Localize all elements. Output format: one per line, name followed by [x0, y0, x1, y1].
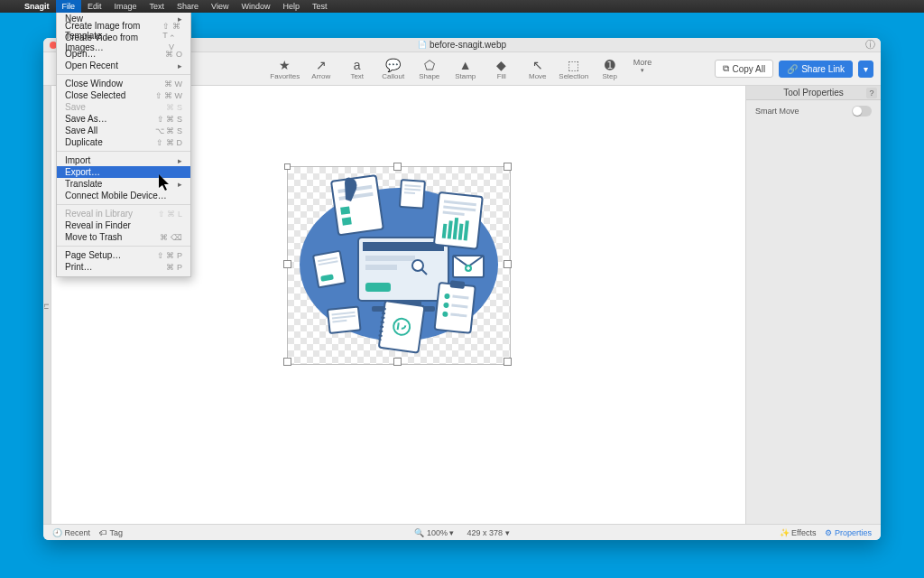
smart-move-toggle[interactable] — [852, 106, 872, 117]
menubar-text[interactable]: Text — [143, 0, 171, 13]
file-menu-save-as[interactable]: Save As…⇧ ⌘ S — [57, 113, 190, 125]
stamp-icon: ▲ — [457, 58, 474, 72]
tool-favorites[interactable]: ★Favorites — [273, 58, 298, 80]
svg-rect-8 — [331, 175, 383, 235]
menubar-view[interactable]: View — [205, 0, 235, 13]
file-menu-reveal-in-finder[interactable]: Reveal in Finder — [57, 219, 190, 231]
file-menu-close-window[interactable]: Close Window⌘ W — [57, 78, 190, 89]
file-menu-close-selected[interactable]: Close Selected⇧ ⌘ W — [57, 89, 190, 101]
menubar-image[interactable]: Image — [108, 0, 143, 13]
window-title: before-snagit.webp — [430, 40, 506, 50]
file-menu-create-video-from-images[interactable]: Create Video from Images…⌃ V — [57, 36, 190, 48]
callout-icon: 💬 — [385, 58, 402, 72]
smart-move-label: Smart Move — [755, 107, 799, 116]
tool-text[interactable]: aText — [345, 58, 370, 80]
selection-icon: ⬚ — [566, 58, 582, 72]
share-link-button[interactable]: 🔗Share Link — [779, 61, 853, 78]
file-menu-save: Save⌘ S — [57, 101, 190, 113]
svg-rect-2 — [363, 242, 444, 251]
file-menu-translate[interactable]: Translate▸ — [57, 178, 190, 190]
file-menu-move-to-trash[interactable]: Move to Trash⌘ ⌫ — [57, 231, 190, 243]
file-menu-export[interactable]: Export… — [57, 166, 190, 178]
menubar-file[interactable]: File — [56, 0, 82, 13]
recent-button[interactable]: 🕘 Recent — [52, 528, 90, 537]
tool-properties-header: Tool Properties ? — [746, 86, 881, 100]
tool-arrow[interactable]: ↗Arrow — [309, 58, 334, 80]
tool-properties-panel: Tool Properties ? Smart Move — [745, 86, 881, 524]
svg-rect-22 — [313, 251, 346, 288]
help-icon[interactable]: ? — [866, 88, 877, 98]
tool-move[interactable]: ↖Move — [525, 58, 550, 80]
zoom-control[interactable]: 🔍 100% ▾ — [414, 528, 454, 537]
file-menu-open-recent[interactable]: Open Recent▸ — [57, 60, 190, 71]
tag-button[interactable]: 🏷 Tag — [99, 528, 123, 537]
text-icon: a — [349, 58, 365, 72]
info-icon[interactable]: ⓘ — [865, 38, 875, 51]
move-icon: ↖ — [530, 58, 546, 72]
file-menu-save-all[interactable]: Save All⌥ ⌘ S — [57, 125, 190, 136]
image-selection[interactable] — [288, 167, 510, 364]
svg-rect-11 — [340, 206, 350, 214]
menubar-help[interactable]: Help — [276, 0, 306, 13]
file-menu-page-setup[interactable]: Page Setup…⇧ ⌘ P — [57, 249, 190, 261]
tool-more[interactable]: More▾ — [633, 58, 652, 74]
left-sidebar[interactable]: Li — [43, 86, 51, 524]
step-icon: ➊ — [602, 58, 618, 72]
copy-all-button[interactable]: ⧉Copy All — [715, 60, 774, 78]
document-artwork — [295, 174, 503, 355]
file-menu-reveal-in-library: Reveal in Library⇧ ⌘ L — [57, 208, 190, 219]
menubar-app-name[interactable]: Snagit — [18, 0, 56, 13]
svg-rect-4 — [365, 265, 397, 270]
svg-rect-33 — [434, 283, 475, 333]
effects-button[interactable]: ✨ Effects — [780, 528, 817, 537]
svg-rect-5 — [365, 283, 391, 292]
dimensions-readout: 429 x 378 ▾ — [467, 528, 510, 537]
file-menu-dropdown: New▸Create Image from Template…⇧ ⌘ TCrea… — [56, 13, 191, 277]
svg-rect-41 — [328, 306, 361, 332]
file-menu-import[interactable]: Import▸ — [57, 154, 190, 166]
favorites-icon: ★ — [277, 58, 293, 72]
tool-selection[interactable]: ⬚Selection — [561, 58, 587, 80]
arrow-icon: ↗ — [313, 58, 329, 72]
status-bar: 🕘 Recent 🏷 Tag 🔍 100% ▾ 429 x 378 ▾ ✨ Ef… — [43, 524, 881, 540]
menubar-test[interactable]: Test — [306, 0, 334, 13]
svg-rect-3 — [365, 256, 415, 261]
file-menu-print[interactable]: Print…⌘ P — [57, 261, 190, 273]
tool-shape[interactable]: ⬠Shape — [417, 58, 442, 80]
tool-stamp[interactable]: ▲Stamp — [453, 58, 478, 80]
mac-menubar: Snagit File Edit Image Text Share View W… — [0, 0, 924, 13]
svg-rect-26 — [399, 180, 424, 209]
file-menu-duplicate[interactable]: Duplicate⇧ ⌘ D — [57, 136, 190, 148]
svg-rect-13 — [433, 192, 482, 249]
menubar-edit[interactable]: Edit — [81, 0, 108, 13]
tool-fill[interactable]: ◆Fill — [489, 58, 514, 80]
share-link-dropdown[interactable]: ▾ — [858, 61, 873, 78]
svg-rect-34 — [449, 280, 465, 289]
properties-button[interactable]: ⚙ Properties — [825, 528, 872, 537]
file-menu-connect-mobile-device[interactable]: Connect Mobile Device… — [57, 190, 190, 201]
tool-step[interactable]: ➊Step — [597, 58, 623, 80]
fill-icon: ◆ — [494, 58, 510, 72]
tool-callout[interactable]: 💬Callout — [381, 58, 406, 80]
shape-icon: ⬠ — [421, 58, 438, 72]
svg-rect-12 — [341, 217, 351, 225]
menubar-window[interactable]: Window — [235, 0, 276, 13]
menubar-share[interactable]: Share — [171, 0, 205, 13]
